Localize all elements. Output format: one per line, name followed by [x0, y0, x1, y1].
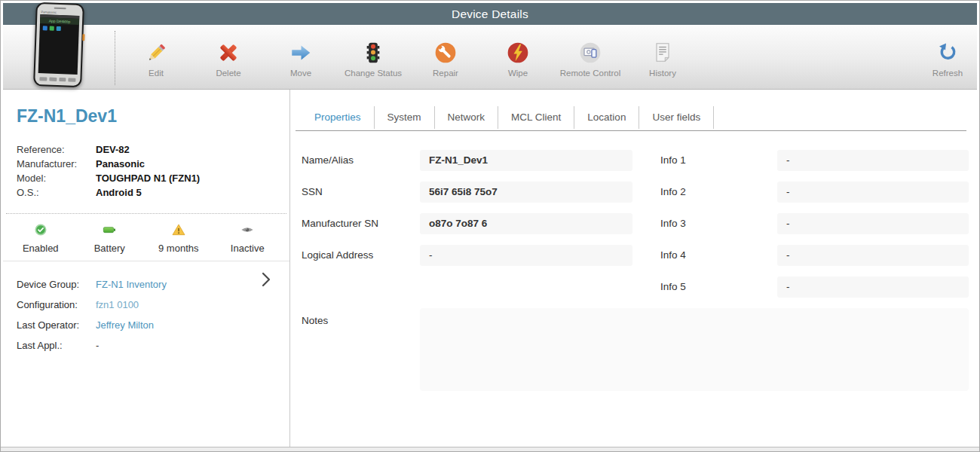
tab-properties[interactable]: Properties [302, 106, 375, 129]
document-icon [651, 39, 675, 66]
tab-network[interactable]: Network [435, 106, 499, 129]
logical-address-label: Logical Address [302, 245, 373, 266]
device-thumbnail: Panasonic App Desktop [33, 2, 84, 87]
manufacturer-sn-label: Manufacturer SN [302, 213, 378, 234]
change-status-button-label: Change Status [345, 69, 402, 78]
app-icon [57, 26, 61, 31]
repair-button[interactable]: Repair [409, 25, 482, 90]
phone-side-button [82, 34, 84, 41]
move-button-label: Move [290, 69, 311, 78]
device-detail-content: Properties System Network MCL Client Loc… [291, 90, 977, 447]
name-alias-label: Name/Alias [302, 150, 354, 171]
last-operator-link[interactable]: Jeffrey Milton [96, 315, 154, 335]
traffic-light-icon [361, 39, 385, 66]
status-enabled: Enabled [6, 221, 75, 254]
battery-icon [100, 221, 118, 238]
tab-user-fields[interactable]: User fields [639, 106, 714, 129]
eye-icon [240, 221, 255, 238]
manufacturer-sn-field: o87o 7o87 6 [420, 213, 632, 234]
device-thumbnail-face: Panasonic App Desktop [35, 4, 83, 86]
bottom-strip [1, 447, 979, 451]
device-attribute-list: Device Group: FZ-N1 Inventory Configurat… [17, 274, 259, 356]
device-group-link[interactable]: FZ-N1 Inventory [96, 274, 167, 295]
wrench-icon [433, 39, 458, 66]
tab-location[interactable]: Location [574, 106, 639, 129]
name-alias-field: FZ-N1_Dev1 [420, 150, 632, 171]
wipe-button-label: Wipe [508, 69, 528, 78]
detail-value: DEV-82 [96, 142, 130, 157]
notes-label: Notes [302, 310, 328, 331]
tab-system[interactable]: System [375, 106, 435, 129]
wipe-button[interactable]: Wipe [482, 25, 554, 90]
warning-triangle-icon [171, 221, 186, 238]
ssn-label: SSN [302, 182, 323, 203]
phone-app-icons [40, 23, 79, 34]
pencil-icon [144, 39, 168, 66]
delete-button[interactable]: Delete [192, 25, 265, 90]
attr-label: Device Group: [17, 274, 96, 295]
phone-brand-label: Panasonic [41, 10, 57, 14]
detail-value: TOUGHPAD N1 (FZN1) [96, 171, 200, 185]
detail-label: Manufacturer: [17, 157, 96, 171]
attr-row-last-appl: Last Appl.: - [17, 335, 259, 356]
info4-field: - [777, 245, 969, 266]
attr-label: Last Appl.: [17, 335, 96, 356]
edit-button[interactable]: Edit [120, 25, 192, 90]
detail-label: Reference: [17, 142, 96, 157]
expand-device-group-button[interactable] [258, 270, 274, 290]
dotted-divider [6, 213, 286, 214]
app-icon [50, 26, 54, 31]
phone-screen: App Desktop [38, 14, 80, 75]
detail-row: O.S.: Android 5 [17, 185, 200, 200]
status-label: Inactive [231, 243, 265, 254]
delete-x-icon [216, 39, 240, 66]
window-titlebar: Device Details [3, 3, 977, 25]
refresh-button[interactable]: Refresh [918, 25, 977, 90]
notes-field [420, 308, 969, 391]
remote-control-button-label: Remote Control [560, 69, 621, 78]
status-label: 9 months [158, 243, 198, 254]
info5-field: - [777, 276, 969, 298]
device-detail-list: Reference: DEV-82 Manufacturer: Panasoni… [17, 142, 200, 200]
refresh-arrow-icon [936, 39, 959, 66]
delete-button-label: Delete [216, 69, 240, 78]
tab-mcl-client[interactable]: MCL Client [498, 106, 574, 129]
device-name-heading: FZ-N1_Dev1 [17, 106, 117, 127]
repair-button-label: Repair [433, 69, 458, 78]
attr-row-last-operator: Last Operator: Jeffrey Milton [17, 315, 259, 335]
detail-label: O.S.: [17, 185, 96, 200]
detail-row: Reference: DEV-82 [17, 142, 200, 157]
tab-bar: Properties System Network MCL Client Loc… [302, 106, 714, 129]
lightning-icon [506, 39, 530, 66]
detail-row: Model: TOUGHPAD N1 (FZN1) [17, 171, 200, 185]
logical-address-field: - [420, 245, 632, 266]
remote-screen-icon [578, 39, 602, 66]
toolbar-buttons: Edit Delete [120, 25, 699, 90]
info5-label: Info 5 [660, 276, 686, 298]
arrow-right-icon [289, 39, 313, 66]
phone-keys [39, 77, 75, 82]
phone-speaker [54, 8, 66, 10]
tab-underline [296, 130, 966, 131]
device-summary-panel: FZ-N1_Dev1 Reference: DEV-82 Manufacture… [3, 90, 290, 447]
configuration-link[interactable]: fzn1 0100 [96, 295, 139, 315]
section-divider [3, 261, 289, 261]
device-status-row: Enabled Battery [6, 221, 282, 254]
detail-label: Model: [17, 171, 96, 185]
app-icon [43, 26, 47, 30]
history-button-label: History [649, 69, 676, 78]
history-button[interactable]: History [626, 25, 699, 90]
change-status-button[interactable]: Change Status [337, 25, 409, 90]
detail-row: Manufacturer: Panasonic [17, 157, 200, 171]
move-button[interactable]: Move [265, 25, 337, 90]
remote-control-button[interactable]: Remote Control [554, 25, 626, 90]
info1-label: Info 1 [660, 150, 686, 171]
device-details-page: Device Details [0, 0, 980, 452]
attr-label: Last Operator: [17, 315, 96, 335]
info2-field: - [777, 182, 969, 203]
detail-value: Panasonic [96, 157, 145, 171]
info4-label: Info 4 [660, 245, 686, 266]
info1-field: - [777, 150, 969, 171]
chevron-right-icon [261, 279, 271, 291]
info2-label: Info 2 [660, 182, 686, 203]
